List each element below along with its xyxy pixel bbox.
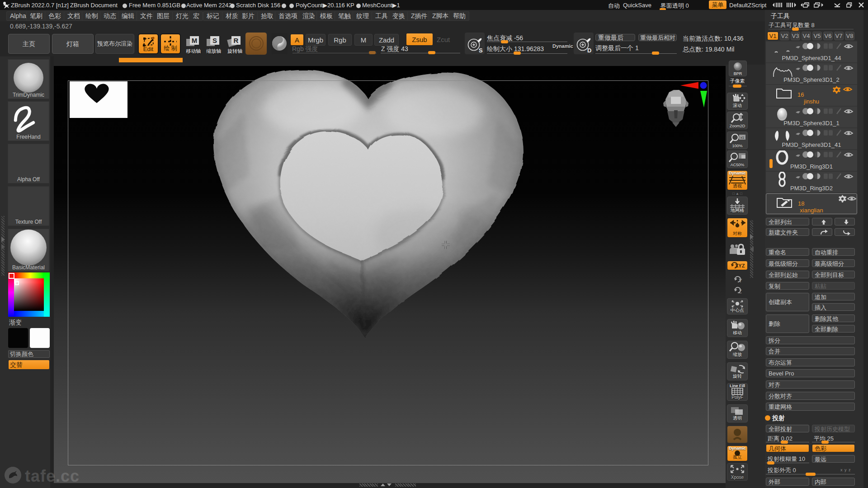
svg-text:S: S bbox=[479, 47, 483, 54]
svg-text:Z: Z bbox=[739, 289, 742, 294]
svg-text:XYZ: XYZ bbox=[735, 263, 745, 268]
svg-text:D: D bbox=[587, 47, 591, 54]
svg-text:x1: x1 bbox=[741, 136, 745, 140]
svg-text:M: M bbox=[192, 37, 198, 44]
svg-text:S: S bbox=[212, 37, 217, 44]
svg-text:R: R bbox=[234, 37, 239, 44]
svg-text:Y: Y bbox=[739, 278, 742, 283]
